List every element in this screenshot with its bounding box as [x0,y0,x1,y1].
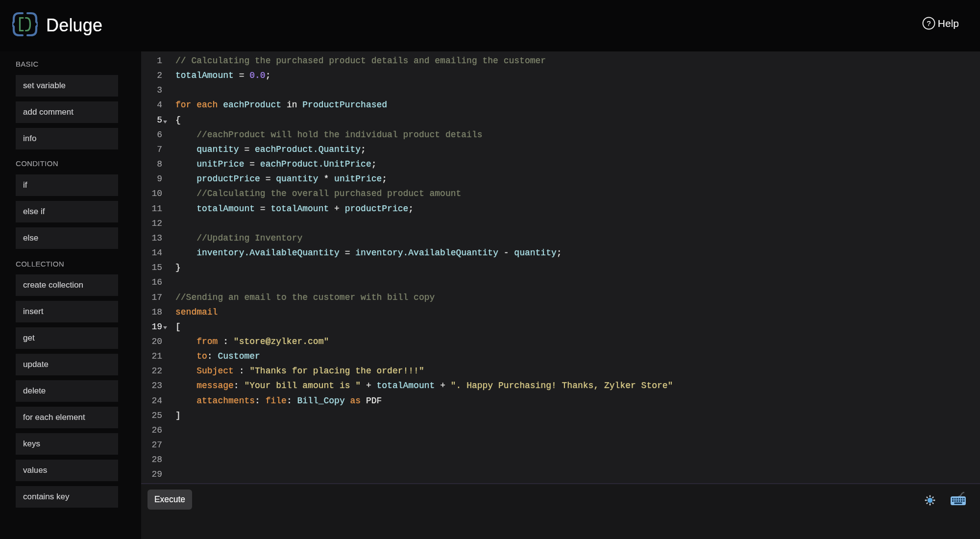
svg-text:?: ? [927,19,931,27]
